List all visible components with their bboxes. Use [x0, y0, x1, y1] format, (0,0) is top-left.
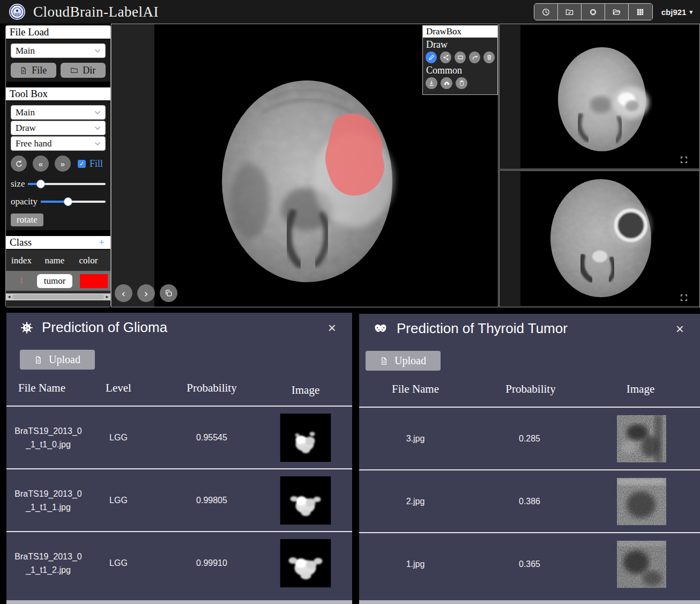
table-row: 3.jpg 0.285: [359, 408, 700, 469]
common-tools-row: [426, 77, 495, 89]
class-row: 1: [6, 271, 110, 291]
share-tool-button[interactable]: [440, 51, 451, 63]
toolbox-draw-select[interactable]: Draw: [11, 121, 106, 135]
curve-tool-button[interactable]: [469, 51, 480, 63]
chevron-right-icon: ›: [144, 288, 147, 299]
file-icon: [20, 67, 27, 75]
copy-icon: [165, 289, 173, 297]
step-back-button[interactable]: «: [33, 156, 49, 172]
size-slider[interactable]: [28, 180, 106, 188]
double-chevron-right-icon: »: [61, 159, 65, 168]
pen-tool-button[interactable]: [426, 51, 437, 63]
class-header: Class +: [6, 236, 110, 250]
opacity-slider-thumb[interactable]: [64, 197, 72, 206]
col-file-name: File Name: [18, 381, 65, 395]
toolbox-mode-select[interactable]: Free hand: [11, 136, 106, 151]
thyroid-scrollbar[interactable]: [359, 600, 700, 604]
canvas-margin-left: [111, 24, 154, 307]
cell-level: LGG: [109, 496, 128, 505]
upload-file-icon: [34, 356, 42, 364]
download-button[interactable]: [426, 77, 437, 89]
toolbox-main-select[interactable]: Main: [11, 105, 106, 120]
copy-slice-button[interactable]: [160, 284, 177, 302]
table-row: BraTS19_2013_0_1_t1_0.jpg LGG 0.95545: [6, 407, 352, 468]
col-image: Image: [627, 382, 654, 396]
thyroid-table-header: File Name Probability Image: [359, 382, 700, 407]
ultrasound-image: [617, 478, 666, 525]
history-button[interactable]: [534, 4, 558, 20]
thyroid-icon: [373, 323, 388, 335]
user-menu[interactable]: cbj921 ▾: [661, 8, 692, 17]
expand-icon[interactable]: [680, 294, 688, 301]
history-icon: [542, 8, 550, 16]
cell-file-name: BraTS19_2013_0_1_t1_0.jpg: [14, 424, 83, 451]
grid-button[interactable]: [629, 4, 652, 20]
step-forward-button[interactable]: »: [55, 156, 71, 172]
chevron-down-icon: [94, 49, 101, 53]
toolbox-mode-value: Free hand: [16, 138, 52, 149]
scroll-right-icon[interactable]: ►: [104, 294, 110, 299]
cell-probability: 0.365: [519, 559, 540, 569]
glioma-upload-button[interactable]: Upload: [20, 350, 95, 370]
app-title: CloudBrain-LabelAI: [33, 4, 159, 20]
class-color-swatch[interactable]: [80, 274, 108, 288]
folder-check-button[interactable]: [558, 4, 582, 20]
download-icon: [428, 80, 435, 86]
glioma-table-header: File Name Level Probability Image: [6, 381, 352, 406]
col-image: Image: [292, 384, 319, 397]
rect-tool-button[interactable]: [455, 51, 466, 63]
close-icon[interactable]: ×: [668, 323, 691, 334]
thyroid-upload-button[interactable]: Upload: [366, 351, 441, 371]
tool-box-header: Tool Box: [6, 87, 110, 101]
check-icon: ✓: [79, 160, 84, 167]
result-mask-image: [280, 539, 331, 587]
scroll-left-icon[interactable]: ◄: [6, 294, 12, 299]
add-class-button[interactable]: +: [99, 237, 107, 248]
fill-checkbox[interactable]: ✓: [78, 160, 86, 168]
opacity-slider[interactable]: [41, 197, 106, 206]
undo-icon: [15, 160, 23, 168]
size-slider-thumb[interactable]: [36, 180, 45, 188]
fill-label: Fill: [90, 158, 103, 170]
expand-icon[interactable]: [680, 156, 688, 164]
class-name-input[interactable]: [37, 274, 72, 288]
glioma-scrollbar[interactable]: [6, 600, 352, 604]
class-horizontal-scrollbar[interactable]: ◄ ►: [6, 293, 110, 300]
axial-view-bottom[interactable]: [499, 170, 700, 307]
common-section-label: Common: [426, 65, 494, 76]
delete-tool-button[interactable]: [483, 51, 495, 63]
clipboard-button[interactable]: [456, 77, 467, 89]
draw-tools-row: [426, 51, 495, 63]
axial-bottom-mri-image: [520, 172, 699, 306]
cloud-upload-button[interactable]: [441, 77, 452, 89]
folder-open-button[interactable]: [605, 4, 629, 20]
share-icon: [443, 54, 449, 61]
glioma-panel-title: Prediction of Glioma: [42, 319, 312, 336]
size-label: size: [11, 179, 25, 189]
next-slice-button[interactable]: ›: [137, 284, 155, 302]
chip-button[interactable]: [582, 4, 605, 20]
caret-down-icon: ▾: [689, 9, 692, 16]
draw-section-label: Draw: [426, 39, 494, 50]
rotate-button[interactable]: rotate: [11, 213, 43, 226]
undo-button[interactable]: [11, 156, 27, 172]
username: cbj921: [661, 8, 687, 17]
file-button[interactable]: File: [11, 63, 56, 78]
grid-icon: [636, 8, 644, 16]
cloudbrain-app: CloudBrain-LabelAI: [0, 0, 700, 604]
pen-icon: [428, 54, 435, 61]
close-icon[interactable]: ×: [321, 322, 344, 333]
axial-view-top[interactable]: [499, 24, 700, 170]
dataset-select[interactable]: Main: [11, 43, 106, 58]
drawbox-panel[interactable]: DrawBox Draw: [422, 25, 498, 95]
dir-button[interactable]: Dir: [61, 63, 106, 78]
dir-button-label: Dir: [83, 65, 95, 76]
table-row: BraTS19_2013_0_1_t1_1.jpg LGG 0.99805: [6, 469, 352, 531]
drawbox-title: DrawBox: [423, 26, 497, 38]
sidebar-filler: [6, 300, 110, 307]
thyroid-upload-label: Upload: [394, 355, 426, 367]
prev-slice-button[interactable]: ‹: [115, 284, 132, 302]
upload-file-icon: [380, 357, 388, 365]
app-header: CloudBrain-LabelAI: [0, 0, 700, 24]
scrollbar-thumb[interactable]: [12, 294, 104, 299]
